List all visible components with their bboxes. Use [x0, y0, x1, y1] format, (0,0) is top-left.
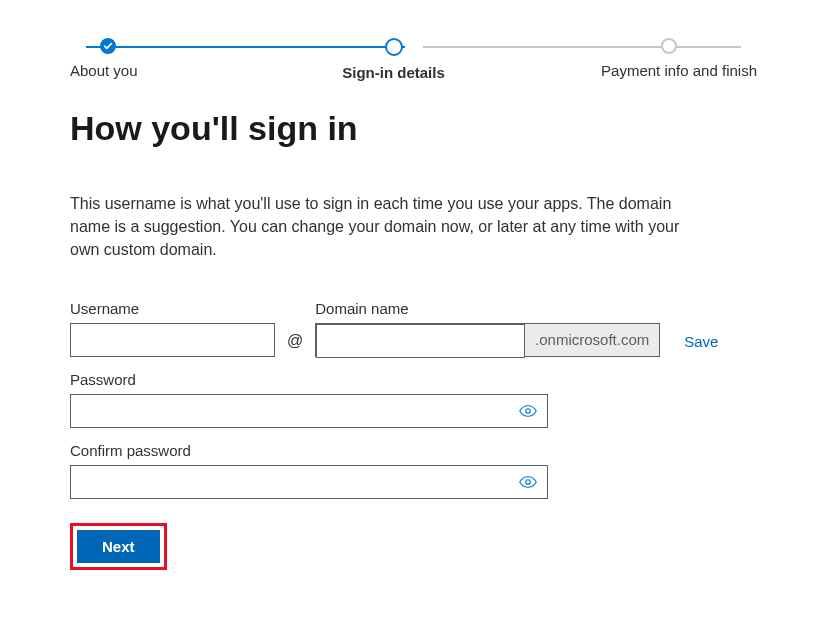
- confirm-password-field-group: Confirm password: [70, 442, 548, 499]
- step-label: About you: [70, 62, 138, 79]
- next-button[interactable]: Next: [77, 530, 160, 563]
- next-button-highlight: Next: [70, 523, 167, 570]
- toggle-confirm-password-visibility[interactable]: [509, 466, 547, 498]
- domain-input[interactable]: [316, 324, 525, 358]
- check-icon: [100, 38, 116, 54]
- step-payment-info: Payment info and finish: [577, 38, 757, 79]
- username-field-group: Username: [70, 300, 275, 357]
- page-title: How you'll sign in: [70, 109, 757, 148]
- confirm-password-label: Confirm password: [70, 442, 548, 459]
- step-about-you: About you: [70, 38, 210, 79]
- password-input[interactable]: [71, 395, 509, 427]
- toggle-password-visibility[interactable]: [509, 395, 547, 427]
- at-symbol: @: [287, 332, 303, 357]
- domain-suffix: .onmicrosoft.com: [525, 324, 659, 356]
- username-input[interactable]: [70, 323, 275, 357]
- circle-icon: [661, 38, 677, 54]
- eye-icon: [519, 473, 537, 491]
- confirm-password-input[interactable]: [71, 466, 509, 498]
- step-label: Payment info and finish: [601, 62, 757, 79]
- password-field-group: Password: [70, 371, 548, 428]
- domain-label: Domain name: [315, 300, 660, 317]
- save-link[interactable]: Save: [684, 333, 718, 357]
- svg-point-1: [526, 479, 531, 484]
- progress-stepper: About you Sign-in details Payment info a…: [0, 0, 827, 81]
- step-label: Sign-in details: [342, 64, 445, 81]
- username-label: Username: [70, 300, 275, 317]
- domain-field-group: Domain name .onmicrosoft.com: [315, 300, 660, 357]
- password-label: Password: [70, 371, 548, 388]
- step-sign-in-details: Sign-in details: [210, 38, 577, 81]
- username-domain-row: Username @ Domain name .onmicrosoft.com …: [70, 300, 757, 357]
- circle-icon: [385, 38, 403, 56]
- eye-icon: [519, 402, 537, 420]
- page-description: This username is what you'll use to sign…: [70, 192, 710, 262]
- svg-point-0: [526, 408, 531, 413]
